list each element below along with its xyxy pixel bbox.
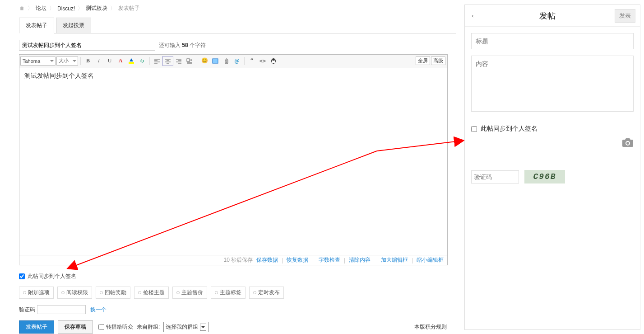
mobile-title-input[interactable]: [471, 33, 634, 49]
clear-content-link[interactable]: 清除内容: [349, 256, 371, 264]
broadcast-checkbox[interactable]: [98, 324, 104, 330]
svg-rect-1: [187, 59, 190, 61]
mobile-sync-row: 此帖同步到个人签名: [471, 125, 634, 133]
mobile-publish-button[interactable]: 发表: [615, 9, 635, 23]
group-label: 来自群组:: [137, 323, 160, 331]
autosave-label: 10 秒后保存: [224, 256, 253, 264]
char-count: 还可输入 58 个字符: [159, 42, 206, 49]
font-color-button[interactable]: A: [116, 56, 125, 66]
wordcheck-link[interactable]: 字数检查: [319, 256, 340, 264]
opt-read-perm[interactable]: 阅读权限: [57, 287, 92, 299]
font-size-select[interactable]: 大小: [56, 56, 78, 66]
shrink-editor-link[interactable]: 缩小编辑框: [417, 256, 444, 264]
crumb-board[interactable]: 测试板块: [86, 5, 107, 12]
align-right-button[interactable]: [174, 56, 184, 66]
restore-data-link[interactable]: 恢复数据: [287, 256, 308, 264]
tab-new-poll[interactable]: 发起投票: [56, 18, 91, 33]
group-select[interactable]: 选择我的群组: [163, 322, 208, 332]
verify-input[interactable]: [37, 305, 86, 314]
enlarge-editor-link[interactable]: 加大编辑框: [381, 256, 408, 264]
font-select[interactable]: Tahoma: [20, 56, 56, 66]
opt-tags[interactable]: 主题标签: [211, 287, 246, 299]
svg-point-4: [272, 61, 275, 63]
align-center-button[interactable]: [163, 56, 173, 66]
opt-reply-reward[interactable]: 回帖奖励: [96, 287, 130, 299]
verify-row: 验证码 换一个: [19, 305, 456, 314]
post-title-input[interactable]: [19, 40, 155, 51]
editor-footer: 10 秒后保存 保存数据| 恢复数据 字数检查| 清除内容 加大编辑框| 缩小编…: [19, 255, 447, 265]
link-button[interactable]: [137, 56, 147, 66]
editor-content[interactable]: 测试发帖同步到个人签名: [19, 67, 447, 255]
italic-button[interactable]: I: [94, 56, 104, 66]
mobile-content-input[interactable]: [471, 56, 634, 112]
emoji-button[interactable]: 😊: [199, 56, 209, 66]
editor-toolbar: Tahoma 大小 B I U A 😊 @ “ <> 全屏 高: [19, 55, 447, 67]
change-captcha-link[interactable]: 换一个: [90, 306, 107, 314]
rich-editor: Tahoma 大小 B I U A 😊 @ “ <> 全屏 高: [19, 54, 448, 265]
svg-point-5: [272, 60, 273, 61]
breadcrumb: 〉论坛 〉Discuz! 〉测试板块 〉发表帖子: [19, 5, 456, 12]
qq-icon[interactable]: [269, 56, 278, 66]
opt-price[interactable]: 主题售价: [172, 287, 207, 299]
advanced-button[interactable]: 高级: [431, 56, 445, 65]
mobile-verify-input[interactable]: [471, 170, 519, 183]
opt-rush[interactable]: 抢楼主题: [134, 287, 169, 299]
opt-schedule[interactable]: 定时发布: [249, 287, 284, 299]
quote-button[interactable]: “: [247, 56, 257, 66]
post-type-tabs: 发表帖子 发起投票: [19, 18, 456, 33]
attach-button[interactable]: [221, 56, 231, 66]
bold-button[interactable]: B: [83, 56, 93, 66]
camera-icon[interactable]: [471, 137, 634, 150]
save-draft-button[interactable]: 保存草稿: [58, 320, 93, 334]
broadcast-option[interactable]: 转播给听众: [98, 323, 133, 331]
mobile-verify-row: C96B: [471, 170, 634, 183]
back-icon[interactable]: ←: [469, 10, 480, 22]
verify-label: 验证码: [19, 306, 35, 314]
board-rules-link[interactable]: 本版积分规则: [414, 323, 447, 331]
crumb-current: 发表帖子: [118, 5, 140, 12]
mobile-sync-label: 此帖同步到个人签名: [481, 125, 537, 133]
sync-signature-checkbox[interactable]: [19, 273, 25, 279]
bg-color-button[interactable]: [126, 56, 136, 66]
underline-button[interactable]: U: [105, 56, 115, 66]
at-button[interactable]: @: [232, 56, 242, 66]
home-icon[interactable]: [19, 5, 25, 11]
submit-row: 发表帖子 保存草稿 转播给听众 来自群组: 选择我的群组 本版积分规则: [19, 320, 456, 334]
mobile-preview-panel: ← 发帖 发表 此帖同步到个人签名 C96B: [464, 5, 640, 330]
image-button[interactable]: [210, 56, 220, 66]
submit-post-button[interactable]: 发表帖子: [19, 320, 54, 334]
svg-rect-0: [129, 62, 134, 64]
align-left-button[interactable]: [152, 56, 162, 66]
crumb-discuz[interactable]: Discuz!: [57, 5, 75, 12]
crumb-forum[interactable]: 论坛: [36, 5, 46, 12]
sync-signature-row: 此帖同步到个人签名: [19, 273, 456, 280]
mobile-sync-checkbox[interactable]: [471, 126, 477, 132]
fullscreen-button[interactable]: 全屏: [416, 56, 430, 65]
captcha-image[interactable]: C96B: [524, 170, 565, 183]
opt-extra[interactable]: 附加选项: [19, 287, 54, 299]
extra-options-row: 附加选项 阅读权限 回帖奖励 抢楼主题 主题售价 主题标签 定时发布: [19, 287, 456, 299]
float-button[interactable]: [185, 56, 195, 66]
mobile-page-title: 发帖: [480, 10, 615, 21]
mobile-header: ← 发帖 发表: [465, 5, 640, 27]
tab-new-post[interactable]: 发表帖子: [19, 18, 54, 33]
svg-point-6: [274, 60, 275, 61]
svg-rect-2: [213, 59, 218, 63]
sync-signature-label: 此帖同步到个人签名: [28, 273, 76, 280]
code-button[interactable]: <>: [258, 56, 268, 66]
save-data-link[interactable]: 保存数据: [256, 256, 278, 264]
